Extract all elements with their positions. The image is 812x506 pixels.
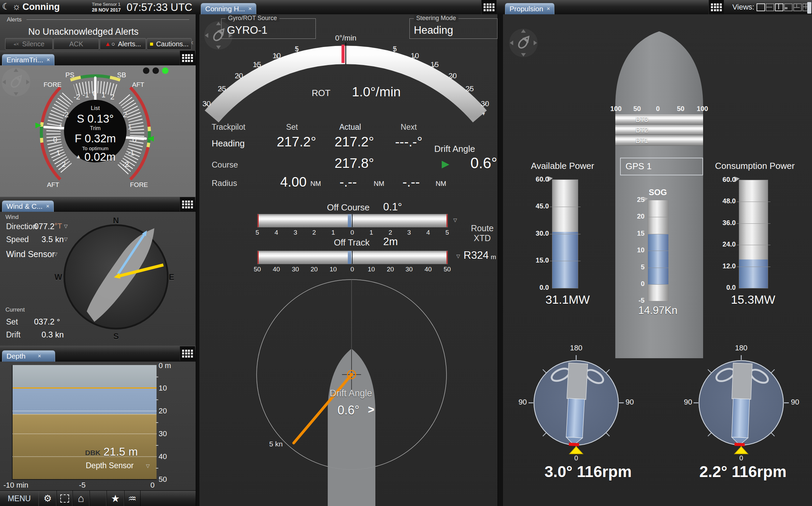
tab-close-icon[interactable]: × (46, 203, 49, 210)
trim-fore-right-label: FORE (130, 181, 148, 189)
settings-button[interactable]: ⚙ (38, 491, 57, 506)
gps-source-box[interactable]: GPS 1 (620, 158, 703, 175)
bow-thruster-bar-bt3[interactable]: BT3 (615, 114, 703, 125)
dial-starboard-180-label: 180 (731, 344, 751, 352)
tab-eniramtrim[interactable]: EniramTri... × (2, 54, 54, 65)
day-mode-icon[interactable]: ☼ (12, 1, 21, 12)
off-course-marker (348, 214, 351, 227)
wind-sensor-dropdown-icon[interactable]: ▽ (54, 251, 58, 257)
depth-ytick: 50 (159, 475, 167, 484)
wind-direction-unit: °T (54, 222, 62, 231)
tab-close-icon[interactable]: × (248, 5, 252, 12)
ack-button[interactable]: ACK (53, 38, 99, 50)
tab-depth[interactable]: Depth × (2, 350, 55, 362)
right-grid-menu-button[interactable] (709, 0, 724, 14)
tab-close-icon[interactable]: × (547, 5, 550, 12)
off-track-slider[interactable] (257, 251, 448, 264)
bow-scale-tick: 100 (607, 105, 624, 113)
off-track-value: 2m (383, 236, 398, 248)
views-icon-single[interactable] (757, 3, 765, 11)
wind-speed-value: 3.5 kn (42, 235, 64, 244)
bow-thruster-bar-bt2[interactable]: BT2 (615, 125, 703, 135)
off-track-tick: 50 (252, 266, 262, 273)
route-xtd-value: R324 (464, 249, 489, 262)
wind-direction-value: 077.2 (34, 222, 54, 231)
pan-control[interactable] (1, 67, 31, 97)
available-power-tick: 45.0 (522, 202, 549, 210)
bt1-label: BT1 (625, 137, 659, 145)
compass-south-label: S (113, 332, 119, 341)
tab-close-icon[interactable]: × (38, 353, 41, 360)
rot-tick: 25 (466, 84, 474, 93)
radius-row-label: Radius (212, 178, 237, 188)
mooring-button[interactable]: ♒ (124, 491, 141, 506)
alerts-button[interactable]: ▲ ○ Alerts... (100, 38, 146, 50)
drift-expand-chevron-icon[interactable]: > (368, 403, 374, 416)
off-course-slider[interactable] (257, 214, 448, 227)
cautions-button[interactable]: ■ Cautions... (147, 38, 192, 50)
home-button[interactable]: ⌂ (72, 491, 90, 506)
wind-grid-menu-button[interactable] (180, 197, 195, 211)
trim-left-tick: 1 (53, 148, 63, 157)
available-power-gauge (552, 179, 578, 288)
dial-port-90-left-label: 90 (513, 398, 527, 407)
consumption-power-tick: 48.0 (709, 197, 736, 205)
scrollbar-fragment[interactable] (807, 2, 811, 14)
depth-ytick: 40 (159, 452, 167, 461)
dial-port-180-label: 180 (566, 344, 586, 352)
silence-button[interactable]: ◂✕ Silence (5, 38, 53, 50)
trim-value: F 0.32m (65, 132, 126, 145)
bow-scale-tick: 100 (694, 105, 711, 113)
dial-starboard-90-left-label: 90 (679, 398, 692, 407)
tab-propulsion[interactable]: Propulsion × (505, 3, 554, 14)
tab-conning-h[interactable]: Conning H... × (201, 3, 256, 14)
list-label: List (78, 105, 112, 112)
views-icon-split-vertical[interactable] (775, 3, 783, 11)
trim-right-tick: 0 (129, 136, 140, 144)
sog-fill (648, 234, 668, 284)
tab-wind-current[interactable]: Wind & C... × (2, 201, 54, 212)
wind-speed-dropdown-icon[interactable]: ▽ (64, 236, 68, 242)
drift-play-icon[interactable]: ▶ (442, 158, 449, 170)
depth-grid-menu-button[interactable] (180, 346, 195, 361)
wind-direction-dropdown-icon[interactable]: ▽ (64, 223, 68, 229)
pan-control[interactable] (507, 27, 540, 59)
off-course-dropdown-icon[interactable]: ▽ (453, 217, 457, 223)
views-icon-split-corner[interactable] (784, 3, 793, 11)
views-icon-split-horizontal[interactable] (766, 3, 774, 11)
views-icon-split-top-pair[interactable] (793, 3, 802, 11)
off-track-tick: 20 (309, 266, 319, 273)
depth-sensor-dropdown-icon[interactable]: ▽ (146, 463, 150, 469)
wind-compass (0, 212, 196, 346)
optimum-marker-icon: ▲ (76, 153, 81, 160)
caution-square-icon: ■ (150, 41, 153, 48)
night-mode-icon[interactable]: ☾ (2, 1, 10, 12)
wind-panel: N W E S Wind Direction 077.2 °T ▽ Speed … (0, 212, 196, 346)
depth-ytick: 0 m (159, 361, 171, 370)
center-grid-menu-button[interactable] (481, 0, 497, 14)
trim-grid-menu-button[interactable] (180, 51, 195, 65)
menu-button[interactable]: MENU (0, 491, 39, 506)
depth-minor-tick (156, 422, 158, 423)
tab-conning-h-label: Conning H... (205, 5, 245, 13)
rot-label: ROT (312, 88, 330, 98)
rot-dropdown-icon[interactable]: ▼ (481, 111, 486, 116)
bow-thruster-bar-bt1[interactable]: BT1 (615, 136, 703, 146)
capture-button[interactable] (56, 491, 73, 506)
route-xtd-dropdown-icon[interactable]: ▽ (456, 253, 460, 259)
compass-east-label: E (169, 272, 174, 282)
favorites-button[interactable]: ★ (106, 491, 125, 506)
off-course-tick: 3 (404, 229, 414, 236)
tab-close-icon[interactable]: × (47, 57, 50, 63)
trim-aft-right-label: AFT (132, 81, 144, 89)
bow-scale-tick: 50 (672, 105, 689, 113)
off-track-label: Off Track (295, 237, 370, 248)
consumption-power-tick: 12.0 (709, 262, 736, 270)
trim-left-tick: -1 (54, 123, 65, 131)
wind-sensor-select[interactable]: Wind Sensor (6, 249, 55, 259)
drift-angle-label: Drift Angle (434, 144, 475, 154)
alerts-button-label: Alerts... (118, 40, 141, 48)
off-track-tick: 40 (423, 266, 433, 273)
available-power-tick: 60.0 (522, 175, 549, 183)
depth-sensor-select[interactable]: Depth Sensor (86, 461, 134, 470)
